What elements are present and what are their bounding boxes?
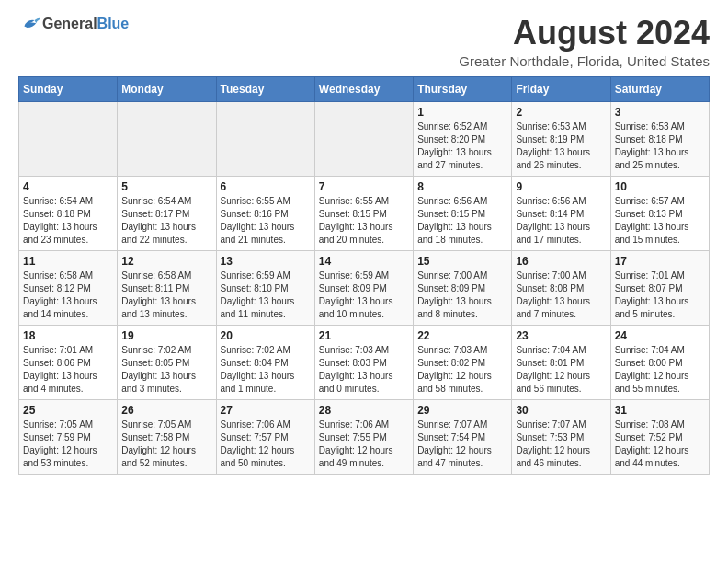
day-number: 20 bbox=[221, 329, 311, 342]
logo-text: GeneralBlue bbox=[42, 16, 129, 32]
day-number: 5 bbox=[121, 180, 211, 193]
logo-bird-icon bbox=[18, 15, 40, 33]
day-cell: 6Sunrise: 6:55 AM Sunset: 8:16 PM Daylig… bbox=[216, 176, 314, 250]
day-number: 27 bbox=[221, 404, 311, 417]
day-detail: Sunrise: 7:00 AM Sunset: 8:08 PM Dayligh… bbox=[516, 270, 606, 321]
day-number: 19 bbox=[121, 329, 211, 342]
day-number: 8 bbox=[417, 180, 507, 193]
day-number: 6 bbox=[221, 180, 311, 193]
day-number: 28 bbox=[319, 404, 409, 417]
day-number: 30 bbox=[516, 404, 606, 417]
calendar-subtitle: Greater Northdale, Florida, United State… bbox=[459, 53, 710, 69]
day-cell: 5Sunrise: 6:54 AM Sunset: 8:17 PM Daylig… bbox=[118, 176, 216, 250]
day-cell: 7Sunrise: 6:55 AM Sunset: 8:15 PM Daylig… bbox=[314, 176, 413, 250]
day-number: 17 bbox=[615, 255, 705, 268]
day-cell bbox=[118, 101, 216, 176]
week-row-2: 4Sunrise: 6:54 AM Sunset: 8:18 PM Daylig… bbox=[19, 176, 710, 250]
calendar-table: SundayMondayTuesdayWednesdayThursdayFrid… bbox=[18, 76, 710, 475]
day-detail: Sunrise: 7:01 AM Sunset: 8:06 PM Dayligh… bbox=[23, 344, 113, 396]
day-cell: 13Sunrise: 6:59 AM Sunset: 8:10 PM Dayli… bbox=[216, 250, 314, 325]
day-cell bbox=[216, 101, 314, 176]
day-detail: Sunrise: 6:53 AM Sunset: 8:19 PM Dayligh… bbox=[516, 121, 606, 172]
day-number: 21 bbox=[319, 329, 409, 342]
day-detail: Sunrise: 6:55 AM Sunset: 8:15 PM Dayligh… bbox=[319, 195, 409, 247]
header: GeneralBlue August 2024 Greater Northdal… bbox=[18, 15, 710, 69]
weekday-header-friday: Friday bbox=[512, 76, 610, 101]
day-detail: Sunrise: 6:57 AM Sunset: 8:13 PM Dayligh… bbox=[615, 195, 705, 247]
week-row-3: 11Sunrise: 6:58 AM Sunset: 8:12 PM Dayli… bbox=[19, 250, 710, 325]
day-number: 31 bbox=[615, 404, 705, 417]
day-detail: Sunrise: 7:04 AM Sunset: 8:01 PM Dayligh… bbox=[516, 344, 606, 396]
day-cell: 30Sunrise: 7:07 AM Sunset: 7:53 PM Dayli… bbox=[512, 399, 610, 474]
title-area: August 2024 Greater Northdale, Florida, … bbox=[459, 15, 710, 69]
day-number: 4 bbox=[23, 180, 113, 193]
day-detail: Sunrise: 7:02 AM Sunset: 8:04 PM Dayligh… bbox=[221, 344, 311, 396]
day-detail: Sunrise: 6:54 AM Sunset: 8:17 PM Dayligh… bbox=[121, 195, 211, 247]
day-number: 7 bbox=[319, 180, 409, 193]
day-number: 25 bbox=[23, 404, 113, 417]
weekday-header-tuesday: Tuesday bbox=[216, 76, 314, 101]
day-cell: 28Sunrise: 7:06 AM Sunset: 7:55 PM Dayli… bbox=[314, 399, 413, 474]
day-number: 2 bbox=[516, 106, 606, 119]
day-cell bbox=[314, 101, 413, 176]
day-detail: Sunrise: 6:58 AM Sunset: 8:12 PM Dayligh… bbox=[23, 270, 113, 321]
day-detail: Sunrise: 6:54 AM Sunset: 8:18 PM Dayligh… bbox=[23, 195, 113, 247]
day-number: 9 bbox=[516, 180, 606, 193]
day-cell: 19Sunrise: 7:02 AM Sunset: 8:05 PM Dayli… bbox=[118, 325, 216, 399]
weekday-header-wednesday: Wednesday bbox=[314, 76, 413, 101]
day-number: 13 bbox=[221, 255, 311, 268]
day-cell: 2Sunrise: 6:53 AM Sunset: 8:19 PM Daylig… bbox=[512, 101, 610, 176]
day-detail: Sunrise: 6:58 AM Sunset: 8:11 PM Dayligh… bbox=[121, 270, 211, 321]
day-cell bbox=[19, 101, 118, 176]
day-cell: 16Sunrise: 7:00 AM Sunset: 8:08 PM Dayli… bbox=[512, 250, 610, 325]
day-cell: 18Sunrise: 7:01 AM Sunset: 8:06 PM Dayli… bbox=[19, 325, 118, 399]
day-detail: Sunrise: 6:52 AM Sunset: 8:20 PM Dayligh… bbox=[417, 121, 507, 172]
day-cell: 3Sunrise: 6:53 AM Sunset: 8:18 PM Daylig… bbox=[610, 101, 709, 176]
day-number: 29 bbox=[417, 404, 507, 417]
logo: GeneralBlue bbox=[18, 15, 129, 33]
day-number: 18 bbox=[23, 329, 113, 342]
day-detail: Sunrise: 6:53 AM Sunset: 8:18 PM Dayligh… bbox=[615, 121, 705, 172]
week-row-5: 25Sunrise: 7:05 AM Sunset: 7:59 PM Dayli… bbox=[19, 399, 710, 474]
day-cell: 12Sunrise: 6:58 AM Sunset: 8:11 PM Dayli… bbox=[118, 250, 216, 325]
day-detail: Sunrise: 7:06 AM Sunset: 7:57 PM Dayligh… bbox=[221, 419, 311, 470]
day-detail: Sunrise: 7:08 AM Sunset: 7:52 PM Dayligh… bbox=[615, 419, 705, 470]
day-number: 3 bbox=[615, 106, 705, 119]
day-number: 11 bbox=[23, 255, 113, 268]
day-detail: Sunrise: 7:05 AM Sunset: 7:58 PM Dayligh… bbox=[121, 419, 211, 470]
day-detail: Sunrise: 6:56 AM Sunset: 8:14 PM Dayligh… bbox=[516, 195, 606, 247]
weekday-header-row: SundayMondayTuesdayWednesdayThursdayFrid… bbox=[19, 76, 710, 101]
day-number: 24 bbox=[615, 329, 705, 342]
day-detail: Sunrise: 7:02 AM Sunset: 8:05 PM Dayligh… bbox=[121, 344, 211, 396]
day-detail: Sunrise: 7:04 AM Sunset: 8:00 PM Dayligh… bbox=[615, 344, 705, 396]
day-number: 16 bbox=[516, 255, 606, 268]
day-cell: 24Sunrise: 7:04 AM Sunset: 8:00 PM Dayli… bbox=[610, 325, 709, 399]
day-detail: Sunrise: 7:07 AM Sunset: 7:54 PM Dayligh… bbox=[417, 419, 507, 470]
day-detail: Sunrise: 7:01 AM Sunset: 8:07 PM Dayligh… bbox=[615, 270, 705, 321]
day-number: 12 bbox=[121, 255, 211, 268]
day-detail: Sunrise: 6:59 AM Sunset: 8:09 PM Dayligh… bbox=[319, 270, 409, 321]
week-row-4: 18Sunrise: 7:01 AM Sunset: 8:06 PM Dayli… bbox=[19, 325, 710, 399]
day-cell: 25Sunrise: 7:05 AM Sunset: 7:59 PM Dayli… bbox=[19, 399, 118, 474]
day-detail: Sunrise: 7:05 AM Sunset: 7:59 PM Dayligh… bbox=[23, 419, 113, 470]
day-cell: 10Sunrise: 6:57 AM Sunset: 8:13 PM Dayli… bbox=[610, 176, 709, 250]
day-detail: Sunrise: 7:00 AM Sunset: 8:09 PM Dayligh… bbox=[417, 270, 507, 321]
day-number: 10 bbox=[615, 180, 705, 193]
day-number: 14 bbox=[319, 255, 409, 268]
day-cell: 1Sunrise: 6:52 AM Sunset: 8:20 PM Daylig… bbox=[414, 101, 512, 176]
weekday-header-thursday: Thursday bbox=[414, 76, 512, 101]
weekday-header-monday: Monday bbox=[118, 76, 216, 101]
day-number: 15 bbox=[417, 255, 507, 268]
day-cell: 31Sunrise: 7:08 AM Sunset: 7:52 PM Dayli… bbox=[610, 399, 709, 474]
day-cell: 17Sunrise: 7:01 AM Sunset: 8:07 PM Dayli… bbox=[610, 250, 709, 325]
day-detail: Sunrise: 6:59 AM Sunset: 8:10 PM Dayligh… bbox=[221, 270, 311, 321]
day-cell: 27Sunrise: 7:06 AM Sunset: 7:57 PM Dayli… bbox=[216, 399, 314, 474]
day-cell: 26Sunrise: 7:05 AM Sunset: 7:58 PM Dayli… bbox=[118, 399, 216, 474]
day-detail: Sunrise: 6:55 AM Sunset: 8:16 PM Dayligh… bbox=[221, 195, 311, 247]
day-number: 1 bbox=[417, 106, 507, 119]
day-cell: 11Sunrise: 6:58 AM Sunset: 8:12 PM Dayli… bbox=[19, 250, 118, 325]
day-cell: 22Sunrise: 7:03 AM Sunset: 8:02 PM Dayli… bbox=[414, 325, 512, 399]
day-detail: Sunrise: 7:03 AM Sunset: 8:03 PM Dayligh… bbox=[319, 344, 409, 396]
week-row-1: 1Sunrise: 6:52 AM Sunset: 8:20 PM Daylig… bbox=[19, 101, 710, 176]
day-cell: 9Sunrise: 6:56 AM Sunset: 8:14 PM Daylig… bbox=[512, 176, 610, 250]
